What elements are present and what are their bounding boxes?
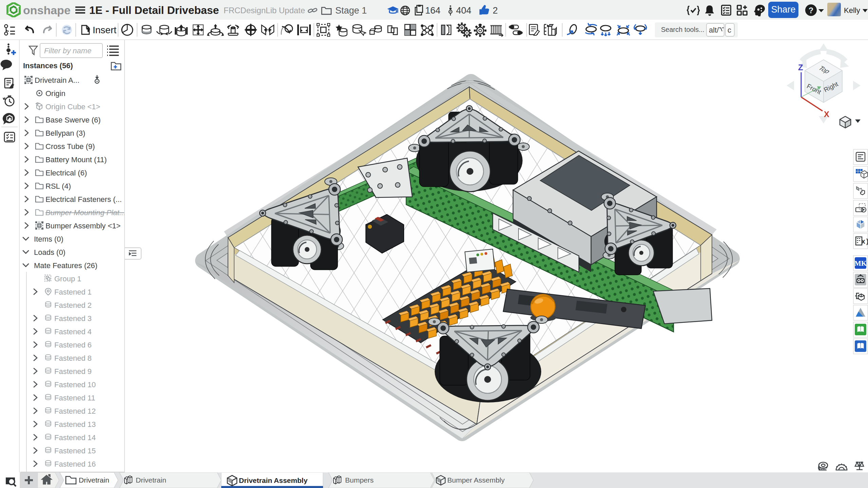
svg-text:Bumpers: Bumpers [345,476,374,484]
svg-text:Group 1: Group 1 [54,275,81,283]
svg-text:Bellypan (3): Bellypan (3) [45,129,85,137]
svg-text:Fastened 16: Fastened 16 [54,460,96,468]
svg-text:Drivetrain A...: Drivetrain A... [35,76,79,85]
svg-text:Origin: Origin [45,89,65,98]
svg-text:Fastened 3: Fastened 3 [54,314,92,323]
svg-text:Drivetrain Assembly: Drivetrain Assembly [239,476,308,484]
svg-text:Bumper Mounting Plat...: Bumper Mounting Plat... [45,208,124,217]
svg-text:Origin Cube <1>: Origin Cube <1> [45,102,100,111]
svg-text:Fastened 2: Fastened 2 [54,301,92,309]
svg-text:Loads (0): Loads (0) [34,248,65,257]
svg-text:Fastened 9: Fastened 9 [54,367,92,376]
svg-text:Base Swerve (6): Base Swerve (6) [45,116,101,124]
svg-text:Fastened 14: Fastened 14 [54,433,96,442]
svg-text:Fastened 4: Fastened 4 [54,327,92,336]
svg-text:Cross Tube (9): Cross Tube (9) [45,142,95,151]
svg-text:Fastened 13: Fastened 13 [54,420,96,429]
svg-text:MK: MK [854,259,867,267]
svg-text:Fastened 12: Fastened 12 [54,407,96,415]
svg-text:Bumper Assembly <1>: Bumper Assembly <1> [45,222,120,230]
svg-text:Electrical (6): Electrical (6) [45,169,87,177]
svg-text:Bumper Assembly: Bumper Assembly [447,476,505,484]
svg-text:X: X [824,110,829,119]
svg-text:alt/: alt/ [709,26,719,34]
svg-text:Instances (56): Instances (56) [23,61,73,70]
svg-text:Filter by name: Filter by name [44,46,91,55]
svg-text:Drivetrain: Drivetrain [136,476,166,484]
svg-text:Mate Features (26): Mate Features (26) [34,261,97,270]
svg-text:Fastened 11: Fastened 11 [54,394,95,402]
svg-text:Z: Z [798,63,803,72]
svg-text:?: ? [809,6,813,15]
svg-text:Battery Mount (11): Battery Mount (11) [45,155,107,164]
svg-text:Drivetrain: Drivetrain [79,476,109,484]
svg-text:RSL (4): RSL (4) [45,182,71,190]
svg-text:Fastened 15: Fastened 15 [54,447,96,455]
svg-text:Fastened 8: Fastened 8 [54,354,92,362]
svg-text:Insert: Insert [93,25,116,35]
svg-text:x): x) [861,238,868,246]
svg-text:Fastened 6: Fastened 6 [54,341,92,349]
svg-text:Items (0): Items (0) [34,235,63,243]
svg-text:Fastened 1: Fastened 1 [54,288,92,296]
svg-text:Electrical Fasteners (...: Electrical Fasteners (... [45,195,122,204]
svg-text:c: c [728,26,731,34]
svg-text:Fastened 10: Fastened 10 [54,380,96,389]
svg-text:Search tools...: Search tools... [661,26,704,33]
